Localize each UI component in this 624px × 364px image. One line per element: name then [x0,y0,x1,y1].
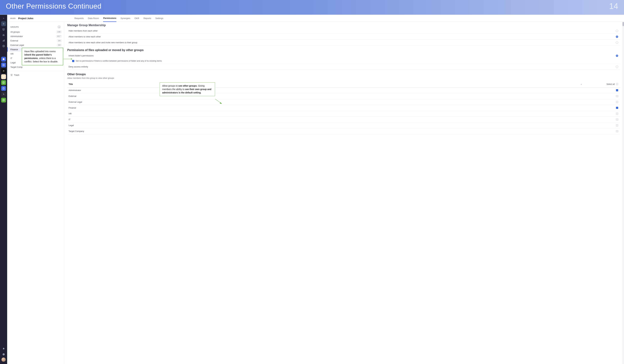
slide-number: 14 [609,1,618,11]
th-title[interactable]: Title [69,83,580,85]
app-tile-8[interactable] [1,98,6,103]
tab-data-room[interactable]: Data Room [88,15,99,22]
tab-okr[interactable]: OKR [134,15,139,22]
tab-synergies[interactable]: Synergies [121,15,130,22]
callout-see-groups: Allow groups to see other groups. Giving… [160,82,215,96]
sort-icon[interactable]: ▲ [580,83,582,85]
checkbox-icon[interactable] [616,83,618,85]
group-label: Target Comp [10,66,23,68]
table-row[interactable]: Target Company [67,128,621,134]
expand-rail-icon[interactable]: » [1,16,6,20]
section-title-membership: Manage Group Membership [67,22,621,28]
people-icon[interactable] [1,33,6,37]
bell-icon[interactable] [1,346,6,351]
scrollbar-thumb[interactable] [623,22,624,26]
svg-rect-5 [4,39,4,41]
row-name: Legal [69,124,74,127]
trash-label: Trash [14,74,19,76]
select-all[interactable]: Select all [606,83,618,85]
group-row-target[interactable]: Target Comp [7,65,64,69]
radio-icon[interactable] [616,66,618,68]
checkbox-icon[interactable] [616,118,618,121]
checkbox-label: Set no permissions if there is conflict … [76,60,162,62]
group-label: Legal [10,61,16,64]
svg-point-1 [3,34,3,35]
radio-icon[interactable] [616,30,618,32]
checkbox-icon[interactable]: ✓ [616,107,618,109]
group-label: All groups [10,31,20,33]
checkbox-icon[interactable] [616,113,618,115]
table-row[interactable]: HR [67,111,621,117]
left-rail: » D ◔ 🐿 ✎ [0,15,7,364]
group-count: 0/4 [57,39,62,42]
svg-rect-3 [2,40,3,41]
row-name: IT [69,118,71,121]
slide-title: Other Permissions Continued [6,2,102,10]
group-row-external[interactable]: External 0/4 [7,39,64,43]
radio-row-allow-invite[interactable]: Allow members to view each other and inv… [67,40,621,46]
table-header: Title ▲ Select all [67,81,621,87]
table-row[interactable]: IT [67,117,621,123]
section-subtitle-other-groups: Allow members from this group to view ot… [67,77,621,81]
table-row[interactable]: Finance ✓ [67,105,621,111]
radio-row-deny[interactable]: Deny access entirely [67,64,621,70]
user-avatar[interactable] [1,358,6,362]
workspace-badge[interactable]: D [1,21,6,26]
svg-point-2 [4,34,4,35]
checkbox-row-conflict[interactable]: ✓ Set no permissions if there is conflic… [67,58,621,64]
radio-icon[interactable] [616,41,618,44]
checkbox-icon[interactable] [616,130,618,132]
tab-reports[interactable]: Reports [143,15,151,22]
row-name: External Legal [69,101,82,103]
checkbox-icon[interactable]: ✓ [616,89,618,91]
group-count: 0/4 [57,44,62,46]
radio-label: Deny access entirely [69,65,88,68]
app-tile-4[interactable]: 🐿 [1,74,6,79]
table-row[interactable]: External [67,93,621,99]
groups-header: GROUPS [10,26,19,28]
group-row-all[interactable]: All groups 1/38 [7,30,64,34]
chart-icon[interactable] [1,38,6,43]
table-row[interactable]: External Legal [67,99,621,105]
app-tile-7[interactable]: ✎ [1,92,6,97]
groups-sidebar: GROUPS + All groups 1/38 Administrator 0… [7,22,64,364]
add-group-button[interactable]: + [58,26,61,28]
group-row-external-legal[interactable]: External Legal 0/4 [7,43,64,47]
other-groups-table: Title ▲ Select all Administrator ✓ [67,81,621,134]
trash-row[interactable]: Trash [7,73,64,77]
tab-requests[interactable]: Requests [75,15,84,22]
callout-inherit: Have files uploaded into rooms inherit t… [22,48,63,65]
group-label: External [10,39,18,42]
group-count: 0/17 [56,35,62,38]
checkbox-icon[interactable] [616,124,618,127]
app-tile-6[interactable] [1,86,6,91]
radio-row-inherit[interactable]: Inherit folder's permissions [67,53,621,58]
table-row[interactable]: Administrator ✓ [67,87,621,93]
app-tile-5[interactable] [1,80,6,85]
tab-settings[interactable]: Settings [155,15,163,22]
info-icon[interactable] [1,352,6,357]
radio-row-hide-members[interactable]: Hide members from each other [67,28,621,34]
radio-row-allow-view[interactable]: Allow members to view each other [67,34,621,40]
app-tile-3[interactable]: ◔ [1,68,6,73]
gear-icon[interactable] [1,44,6,48]
app-tile-1[interactable] [1,57,6,62]
svg-marker-0 [2,28,4,29]
content-pane: JULES Project Jules Requests Data Room P… [7,15,624,364]
checkbox-icon[interactable]: ✓ [72,60,74,62]
checkbox-icon[interactable] [616,95,618,97]
layers-icon[interactable] [1,27,6,32]
row-name: External [69,95,76,97]
radio-icon[interactable] [616,54,618,57]
tab-permissions[interactable]: Permissions [103,15,116,22]
checkbox-icon[interactable] [616,101,618,103]
group-row-administrator[interactable]: Administrator 0/17 [7,34,64,39]
group-label: External Legal [10,44,24,46]
app-tile-2[interactable] [1,63,6,67]
product-logo: JULES [10,18,16,19]
svg-rect-4 [3,40,4,41]
radio-icon[interactable] [616,36,618,38]
scrollbar[interactable] [622,22,624,364]
row-name: Target Company [69,130,84,132]
table-row[interactable]: Legal [67,123,621,128]
